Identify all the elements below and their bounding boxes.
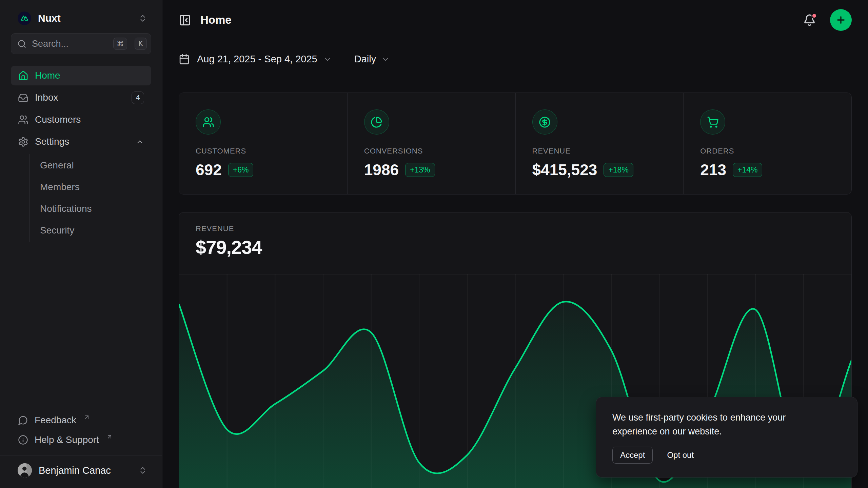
message-circle-icon [18,415,28,425]
workspace-switcher[interactable]: Nuxt [11,12,151,25]
sidebar-item-label: Home [35,70,60,81]
nuxt-logo-icon [18,12,31,25]
sidebar-spacer [11,242,151,410]
date-range-picker[interactable]: Aug 21, 2025 - Sep 4, 2025 [197,54,317,65]
sidebar-item-settings[interactable]: Settings [11,132,151,151]
page-title: Home [200,14,232,26]
sidebar-item-notifications[interactable]: Notifications [29,198,151,220]
sub-item-label: Security [40,225,74,236]
stat-card-revenue[interactable]: REVENUE $415,523 +18% [515,93,684,194]
sidebar-item-label: Inbox [35,92,58,103]
sidebar-item-general[interactable]: General [29,155,151,176]
pie-chart-icon [364,109,389,135]
revenue-chart-value: $79,234 [179,233,851,258]
external-link-icon [83,414,90,421]
revenue-chart-label: REVENUE [179,212,851,233]
sidebar-item-members[interactable]: Members [29,176,151,198]
page-header: Home [162,0,868,40]
sidebar-item-label: Settings [35,136,69,147]
user-name: Benjamin Canac [39,465,111,476]
stat-delta-badge: +18% [604,163,633,177]
chevron-down-icon[interactable] [381,55,390,64]
calendar-icon [179,54,190,65]
stat-label: CONVERSIONS [364,147,515,156]
interval-select[interactable]: Daily [354,54,376,65]
opt-out-button[interactable]: Opt out [667,450,694,460]
workspace-name: Nuxt [38,13,61,24]
sub-item-label: Notifications [40,203,92,214]
notifications-button[interactable] [803,14,816,26]
user-menu[interactable]: Benjamin Canac [11,455,151,485]
sub-item-label: General [40,160,74,171]
filter-toolbar: Aug 21, 2025 - Sep 4, 2025 Daily [162,40,868,78]
feedback-link[interactable]: Feedback [11,410,151,430]
users-icon [196,109,221,135]
stat-value: 692 [196,161,222,179]
stat-card-conversions[interactable]: CONVERSIONS 1986 +13% [347,93,515,194]
stat-label: REVENUE [532,147,684,156]
sidebar-item-inbox[interactable]: Inbox 4 [11,88,151,107]
cookie-actions: Accept Opt out [612,447,841,464]
header-actions [803,9,852,31]
dollar-circle-icon [532,109,557,135]
inbox-count-badge: 4 [132,92,144,104]
kbd-k: K [135,38,147,50]
kbd-meta: ⌘ [113,38,127,50]
sidebar-item-label: Customers [35,114,81,125]
side-link-label: Help & Support [35,434,99,445]
cookie-message: We use first-party cookies to enhance yo… [612,411,812,438]
external-link-icon [106,433,113,440]
sidebar-item-customers[interactable]: Customers [11,110,151,129]
stat-value: $415,523 [532,161,597,179]
stats-cards: CUSTOMERS 692 +6% CONVERSIONS 1986 +13% [179,93,852,195]
cookie-banner: We use first-party cookies to enhance yo… [596,397,857,477]
chevrons-up-down-icon [138,14,147,23]
stat-card-customers[interactable]: CUSTOMERS 692 +6% [179,93,347,194]
stat-label: CUSTOMERS [196,147,347,156]
notification-dot [811,13,817,19]
chevrons-up-down-icon [138,466,147,475]
side-link-label: Feedback [35,415,76,426]
chevron-up-icon [136,138,144,146]
stat-value: 213 [700,161,726,179]
gear-icon [18,137,28,147]
sidebar-nav: Home Inbox 4 Customers Settings General … [11,66,151,242]
settings-subnav: General Members Notifications Security [29,154,151,242]
stat-delta-badge: +13% [405,163,435,177]
search-icon [17,39,26,48]
users-icon [18,115,28,125]
sidebar: Nuxt Search... ⌘ K Home Inbox 4 Customer… [0,0,162,488]
info-circle-icon [18,435,28,445]
home-icon [18,70,28,81]
inbox-icon [18,93,28,103]
plus-icon [835,15,846,25]
search-placeholder: Search... [32,39,106,49]
accept-button[interactable]: Accept [612,447,653,464]
avatar [18,463,32,477]
stat-label: ORDERS [700,147,851,156]
panel-left-close-icon[interactable] [179,14,191,26]
help-support-link[interactable]: Help & Support [11,430,151,450]
sidebar-item-security[interactable]: Security [29,220,151,241]
add-button[interactable] [830,9,852,31]
stat-delta-badge: +14% [733,163,762,177]
search-input[interactable]: Search... ⌘ K [11,33,151,54]
sidebar-item-home[interactable]: Home [11,66,151,85]
stat-delta-badge: +6% [228,163,254,177]
stat-card-orders[interactable]: ORDERS 213 +14% [683,93,851,194]
chevron-down-icon[interactable] [323,55,332,64]
shopping-cart-icon [700,109,725,135]
app-root: Nuxt Search... ⌘ K Home Inbox 4 Customer… [0,0,868,488]
stat-value: 1986 [364,161,399,179]
sub-item-label: Members [40,182,80,192]
